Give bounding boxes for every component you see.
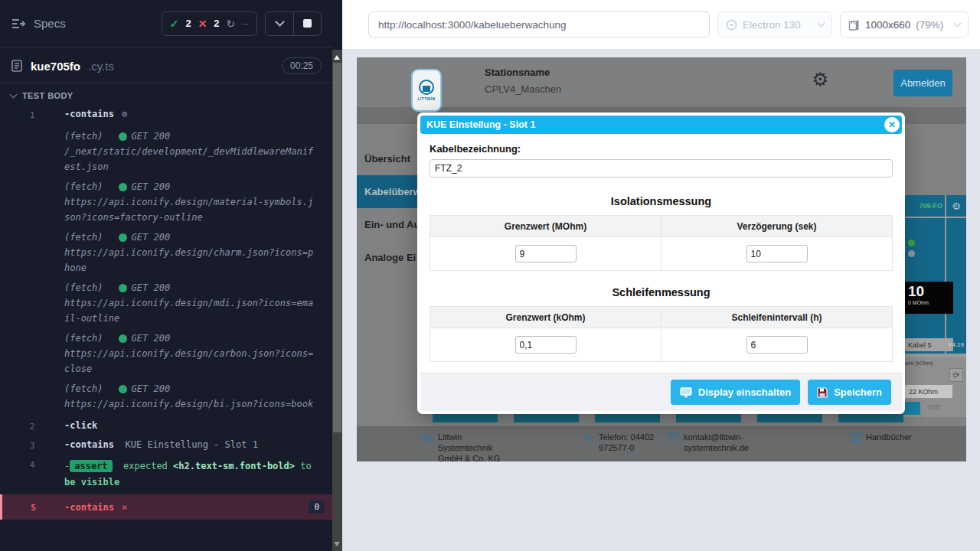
loop-limit-input[interactable] bbox=[515, 336, 577, 354]
scrollbar-thumb[interactable] bbox=[333, 63, 341, 432]
close-icon[interactable]: ✕ bbox=[884, 117, 900, 132]
run-controls bbox=[265, 11, 322, 36]
fail-x-icon: × bbox=[122, 502, 127, 513]
isolation-delay-input[interactable] bbox=[746, 245, 808, 262]
logo-text: LITTWIN bbox=[417, 96, 435, 101]
status-dot-icon bbox=[119, 284, 127, 292]
save-button[interactable]: Speichern bbox=[808, 380, 891, 405]
app-footer: Littwin Systemtechnik GmbH & Co. KG Tele… bbox=[357, 426, 966, 461]
restart-icon: ↻ bbox=[227, 18, 236, 30]
collapse-button[interactable] bbox=[266, 12, 293, 35]
device-version: V4.19 bbox=[948, 341, 964, 348]
cypress-reporter: Specs ✓ 2 ✕ 2 ↻ -- kue705fo .cy.ts 00:25… bbox=[0, 0, 332, 551]
loop-interval-input[interactable] bbox=[746, 336, 808, 354]
footer-manuals-link[interactable]: Handbücher bbox=[866, 432, 912, 445]
status-dot-icon bbox=[119, 233, 127, 242]
test-stats[interactable]: ✓ 2 ✕ 2 ↻ -- bbox=[162, 11, 257, 36]
sidebar-item-kabelueberwachung[interactable]: Kabelüberw bbox=[357, 175, 418, 208]
stop-button[interactable] bbox=[293, 12, 321, 35]
sidebar-item-ein-und-ausgaenge[interactable]: Ein- und Au bbox=[357, 208, 418, 241]
command-name: -contains bbox=[64, 109, 114, 119]
loop-button-fragment[interactable] bbox=[903, 402, 920, 415]
scrollbar-track[interactable] bbox=[332, 50, 342, 551]
loop-section-title: Schleifenmessung bbox=[430, 286, 893, 298]
viewport-size-select[interactable]: 1000x660 (79%) bbox=[840, 11, 969, 37]
assert-text: expected bbox=[123, 461, 168, 471]
command-number: 3 bbox=[0, 439, 64, 451]
isolation-limit-input[interactable] bbox=[515, 245, 577, 262]
browser-topbar: Electron 130 1000x660 (79%) bbox=[342, 0, 980, 49]
command-argument: KUE Einstellung - Slot 1 bbox=[125, 439, 257, 450]
command-name: -click bbox=[64, 420, 97, 431]
device-model: 705-FO bbox=[903, 195, 945, 217]
command-row[interactable]: 2 -click bbox=[0, 416, 332, 435]
command-row[interactable]: 3 -contains KUE Einstellung - Slot 1 bbox=[0, 435, 332, 455]
assert-row[interactable]: 4 -assert expected <h2.text-sm.font-bold… bbox=[0, 455, 332, 494]
fetch-url: https://api.iconify.design/bi.json?icons… bbox=[64, 396, 318, 412]
url-input[interactable] bbox=[368, 11, 710, 37]
display-on-button[interactable]: Display einschalten bbox=[671, 380, 800, 405]
footer-phone: Telefon: 04402 972577-0 bbox=[599, 432, 669, 453]
device-gear-icon[interactable]: ⚙ bbox=[946, 195, 966, 217]
status-led-grey bbox=[908, 250, 915, 257]
fetch-log: (fetch)GET 200 /_next/static/development… bbox=[0, 129, 332, 174]
device-unit: 0 MOhm bbox=[908, 300, 953, 305]
sidebar-item-uebersicht[interactable]: Übersicht bbox=[357, 142, 418, 175]
retry-count-badge: 0 bbox=[309, 500, 325, 514]
status-dot-icon bbox=[119, 183, 127, 191]
stop-icon bbox=[303, 19, 312, 28]
assert-tail: be visible bbox=[64, 477, 119, 487]
failed-command-row[interactable]: 5 -contains × 0 bbox=[0, 494, 332, 520]
scroll-down-icon[interactable] bbox=[334, 542, 340, 546]
settings-gear-icon[interactable]: ⚙ bbox=[812, 70, 828, 89]
device-display: 10 0 MOhm bbox=[899, 282, 953, 314]
specs-label[interactable]: Specs bbox=[34, 17, 66, 30]
status-dot-icon bbox=[119, 385, 127, 393]
logout-button[interactable]: Abmelden bbox=[893, 70, 952, 96]
pending-count: -- bbox=[242, 18, 249, 29]
kue-settings-modal: KUE Einstellung - Slot 1 ✕ Kabelbezeichn… bbox=[417, 112, 905, 414]
chevron-down-icon bbox=[818, 20, 825, 28]
loop-col2-header: Schleifenintervall (h) bbox=[662, 307, 893, 328]
command-number: 1 bbox=[0, 109, 64, 120]
refresh-icon[interactable]: ⟳ bbox=[949, 368, 963, 382]
specs-menu-icon[interactable] bbox=[11, 18, 26, 30]
spec-extension: .cy.ts bbox=[88, 60, 114, 73]
browser-select[interactable]: Electron 130 bbox=[717, 11, 832, 37]
gear-icon: ⚙ bbox=[122, 109, 127, 119]
status-led-green bbox=[908, 240, 915, 246]
isolation-col2-header: Verzögerung (sek) bbox=[662, 216, 893, 237]
monitor-icon bbox=[680, 387, 692, 398]
fetch-log: (fetch)GET 200 https://api.iconify.desig… bbox=[0, 331, 332, 377]
tdr-button[interactable]: TDR bbox=[926, 403, 941, 411]
save-floppy-icon bbox=[817, 387, 828, 398]
spec-name: kue705fo bbox=[31, 60, 80, 73]
failed-x-icon: ✕ bbox=[198, 18, 207, 30]
app-sidebar: Übersicht Kabelüberw Ein- und Au Analoge… bbox=[357, 124, 418, 426]
device-card-fragment: 705-FO ⚙ 10 0 MOhm Kabel 5 V4.19 and [kO… bbox=[903, 195, 966, 417]
spec-row[interactable]: kue705fo .cy.ts 00:25 bbox=[0, 47, 332, 83]
command-row[interactable]: 1 -contains⚙ bbox=[0, 105, 332, 124]
assert-element: <h2.text-sm.font-bold> bbox=[173, 461, 295, 471]
chevron-down-icon bbox=[954, 20, 962, 28]
email-icon bbox=[668, 432, 679, 453]
chevron-down-icon bbox=[275, 17, 285, 27]
fetch-log: (fetch)GET 200 https://api.iconify.desig… bbox=[0, 230, 332, 276]
sidebar-item-analoge-eingaenge[interactable]: Analoge Ei bbox=[357, 241, 418, 274]
loop-panel-label: and [kOhm] bbox=[903, 357, 966, 366]
failed-count: 2 bbox=[214, 18, 219, 29]
reporter-header: Specs ✓ 2 ✕ 2 ↻ -- bbox=[0, 0, 332, 47]
cable-name-input[interactable] bbox=[430, 159, 893, 178]
loop-col1-header: Grenzwert (kOhm) bbox=[430, 307, 662, 328]
factory-icon bbox=[423, 432, 433, 461]
device-reading: 10 bbox=[908, 283, 953, 300]
ruler-icon bbox=[848, 19, 860, 31]
reporter-scrollbar bbox=[332, 0, 342, 551]
modal-footer: Display einschalten Speichern bbox=[420, 373, 902, 411]
scroll-up-icon[interactable] bbox=[334, 55, 340, 60]
modal-title: KUE Einstellung - Slot 1 bbox=[426, 119, 535, 130]
fetch-url: https://api.iconify.design/charm.json?ic… bbox=[64, 245, 318, 276]
spec-file-icon bbox=[11, 60, 23, 72]
fetch-log: (fetch)GET 200 https://api.iconify.desig… bbox=[0, 381, 332, 412]
test-body-toggle[interactable]: TEST BODY bbox=[0, 83, 332, 105]
